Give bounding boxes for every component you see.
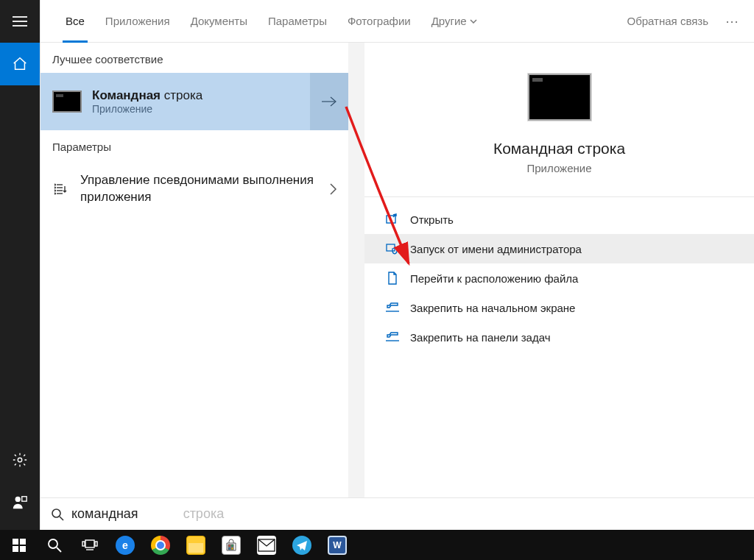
svg-point-3	[18, 458, 22, 462]
taskbar: e W	[0, 530, 754, 560]
svg-rect-34	[231, 547, 233, 550]
taskview-icon	[82, 539, 98, 551]
best-match-title: Командная строка	[92, 88, 202, 103]
taskbar-app-telegram[interactable]	[284, 530, 320, 560]
tab-documents[interactable]: Документы	[180, 0, 258, 43]
settings-result-item[interactable]: Управление псевдонимами выполнения прило…	[40, 160, 348, 218]
pin-taskbar-icon	[385, 332, 400, 342]
tab-apps[interactable]: Приложения	[95, 0, 180, 43]
pin-start-icon	[385, 302, 400, 313]
feedback-link[interactable]: Обратная связь	[618, 15, 717, 27]
taskbar-app-edge[interactable]: e	[108, 530, 143, 560]
svg-point-14	[54, 193, 55, 194]
search-icon	[47, 538, 62, 553]
tab-settings[interactable]: Параметры	[258, 0, 337, 43]
taskbar-search-button[interactable]	[37, 530, 72, 560]
svg-point-11	[54, 184, 55, 185]
gear-icon	[12, 452, 28, 468]
list-icon	[52, 183, 70, 195]
action-label: Закрепить на начальном экране	[410, 302, 575, 314]
start-icon	[13, 539, 26, 552]
detail-actions: Открыть Запуск от имени администратора П…	[364, 197, 754, 359]
search-sidebar	[0, 0, 40, 530]
account-icon	[12, 495, 28, 511]
action-pin-start[interactable]: Закрепить на начальном экране	[364, 293, 754, 322]
svg-rect-22	[20, 539, 26, 545]
best-match-item[interactable]: Командная строка Приложение	[40, 73, 348, 130]
home-button[interactable]	[0, 43, 40, 85]
results-column: Лучшее соответствие Командная строка При…	[40, 43, 348, 497]
svg-point-4	[15, 497, 21, 502]
taskbar-app-store[interactable]	[214, 530, 249, 560]
svg-point-12	[54, 187, 55, 188]
svg-rect-24	[20, 546, 26, 552]
settings-button[interactable]	[0, 439, 40, 481]
detail-subtitle: Приложение	[527, 162, 592, 174]
svg-rect-27	[85, 540, 94, 547]
best-match-header: Лучшее соответствие	[40, 43, 348, 73]
detail-column: Командная строка Приложение Открыть	[364, 43, 754, 497]
svg-point-25	[49, 539, 57, 548]
svg-rect-33	[228, 547, 230, 550]
expand-details-button[interactable]	[310, 73, 348, 130]
start-button[interactable]	[1, 530, 37, 560]
settings-result-label: Управление псевдонимами выполнения прило…	[80, 172, 320, 206]
action-label: Закрепить на панели задач	[410, 331, 551, 344]
home-icon	[12, 56, 28, 72]
action-pin-taskbar[interactable]: Закрепить на панели задач	[364, 322, 754, 352]
taskbar-app-chrome[interactable]	[143, 530, 178, 560]
action-open-location[interactable]: Перейти к расположению файла	[364, 263, 754, 293]
svg-point-19	[52, 509, 60, 517]
best-match-subtitle: Приложение	[92, 103, 202, 115]
action-run-admin[interactable]: Запуск от имени администратора	[364, 234, 754, 263]
action-label: Открыть	[410, 213, 454, 226]
more-button[interactable]: ⋯	[717, 13, 747, 29]
taskbar-app-mail[interactable]	[249, 530, 284, 560]
detail-title: Командная строка	[493, 140, 625, 157]
task-view-button[interactable]	[72, 530, 108, 560]
search-icon	[51, 508, 64, 521]
detail-app-icon	[528, 74, 591, 121]
file-location-icon	[385, 272, 400, 285]
taskbar-app-explorer[interactable]	[178, 530, 214, 560]
action-label: Запуск от имени администратора	[410, 243, 582, 255]
arrow-right-icon	[321, 95, 337, 108]
tab-photos[interactable]: Фотографии	[337, 0, 421, 43]
search-input[interactable]	[71, 506, 744, 522]
search-window: Все Приложения Документы Параметры Фотог…	[40, 0, 754, 530]
svg-rect-5	[22, 497, 27, 501]
chevron-right-icon	[330, 183, 337, 195]
search-bar: командная строка	[40, 497, 754, 530]
svg-point-13	[54, 190, 55, 191]
svg-rect-28	[82, 542, 85, 546]
svg-rect-29	[95, 542, 97, 546]
svg-rect-21	[13, 539, 18, 545]
svg-line-26	[57, 547, 61, 552]
admin-shield-icon	[385, 243, 400, 255]
settings-results-header: Параметры	[40, 130, 348, 160]
svg-rect-23	[13, 546, 18, 552]
taskbar-app-word[interactable]: W	[320, 530, 355, 560]
svg-line-20	[60, 517, 63, 520]
open-icon	[385, 213, 400, 225]
svg-rect-32	[231, 545, 233, 547]
chevron-down-icon	[470, 19, 477, 24]
cmd-icon	[52, 91, 82, 113]
tab-more[interactable]: Другие	[421, 0, 487, 43]
action-label: Перейти к расположению файла	[410, 272, 578, 285]
action-open[interactable]: Открыть	[364, 205, 754, 234]
svg-rect-31	[228, 545, 230, 547]
tab-more-label: Другие	[431, 15, 467, 27]
filter-tabs: Все Приложения Документы Параметры Фотог…	[40, 0, 754, 43]
hamburger-button[interactable]	[0, 0, 40, 43]
svg-rect-16	[387, 244, 395, 251]
tab-all[interactable]: Все	[55, 0, 95, 43]
account-button[interactable]	[0, 481, 40, 524]
